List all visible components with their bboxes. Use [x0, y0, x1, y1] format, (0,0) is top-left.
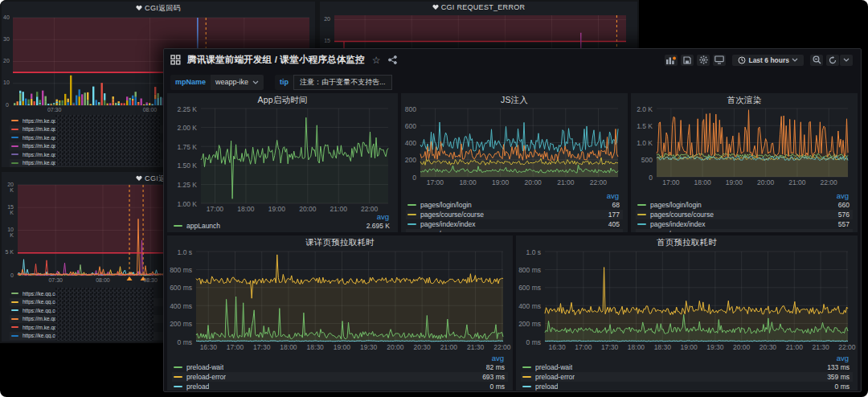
panel-title[interactable]: CGI返回码 [2, 3, 315, 14]
panel-title[interactable]: App启动时间 [167, 95, 398, 106]
panel-first-render: 首次渲染 05001.0 K1.5 K2.0 K17:0018:0019:002… [631, 93, 858, 232]
legend-avg-header[interactable]: avg [406, 191, 623, 200]
legend-item[interactable]: preload0 ms [172, 382, 508, 391]
variables-row: mpName weapp-ike tip 注意：由于变量不支持告... [170, 74, 392, 90]
y-axis-label: 0 [633, 174, 653, 182]
series-name[interactable]: preload-wait [535, 363, 572, 371]
star-icon[interactable]: ☆ [372, 55, 381, 66]
legend-item[interactable]: preload-error359 ms [521, 372, 853, 382]
series-color-dash [522, 366, 531, 368]
series-avg-value: 405 [602, 220, 620, 228]
legend-avg-header[interactable]: avg [172, 354, 508, 362]
series-color-dash [11, 318, 18, 320]
series-avg-value: 557 [832, 220, 850, 228]
legend-avg-header[interactable]: avg [636, 191, 853, 200]
refresh-icon[interactable] [826, 55, 839, 66]
y-axis-label: 1.00 K [169, 200, 197, 208]
legend-item[interactable]: pages/course/course576 [636, 210, 853, 219]
legend-item[interactable]: pages/login/login68 [406, 200, 623, 210]
series-name[interactable]: preload [535, 383, 558, 391]
series-color-dash [407, 214, 416, 215]
dashboards-icon[interactable] [170, 55, 181, 65]
x-axis-label: 19:00 [718, 178, 750, 186]
time-range-picker[interactable]: Last 6 hours [732, 55, 804, 66]
add-panel-icon[interactable] [665, 55, 678, 66]
legend-item[interactable]: pages/login/login660 [636, 200, 853, 210]
series-color-dash [11, 309, 18, 311]
y-axis-label: 400 ms [518, 302, 541, 310]
y-axis-label: 600 ms [518, 284, 541, 292]
series-name[interactable]: preload-error [535, 373, 575, 381]
chart-course-detail-preload[interactable]: 0 ms200 ms400 ms600 ms800 ms1.0 s16:3017… [169, 250, 510, 352]
series-name[interactable]: pages/index/index [420, 220, 476, 228]
x-axis-label: 21:00 [550, 178, 582, 186]
series-name[interactable]: pages/login/login [650, 201, 702, 209]
chart-app-launch-time[interactable]: 1.00 K1.25 K1.50 K1.75 K2.00 K2.25 K17:0… [169, 107, 395, 214]
series-avg-value: 0 ms [829, 383, 850, 391]
dashboard-settings-icon[interactable] [697, 55, 710, 66]
save-dashboard-icon[interactable] [681, 55, 694, 66]
zoom-out-icon[interactable] [810, 55, 823, 66]
series-color-dash [11, 293, 18, 294]
series-name[interactable]: pages/… [420, 230, 448, 232]
y-axis-label: 15 [321, 38, 330, 43]
panel-title[interactable]: 课详页预拉取耗时 [167, 237, 513, 248]
y-axis-label: 20 K [3, 182, 14, 193]
series-color-dash [407, 223, 416, 225]
series-name[interactable]: preload-error [186, 373, 226, 381]
y-axis-label: 10 K [3, 227, 14, 238]
series-color-dash [174, 366, 182, 368]
series-avg-value: 660 [832, 201, 850, 209]
series-name[interactable]: appLaunch [186, 222, 220, 230]
legend-avg-header[interactable]: avg [521, 354, 853, 362]
legend-item[interactable]: preload-wait133 ms [521, 362, 853, 372]
redaction-mosaic [55, 115, 160, 166]
panel-title[interactable]: JS注入 [401, 95, 628, 106]
series-color-dash [11, 162, 18, 164]
series-color-dash [522, 386, 531, 387]
legend-item[interactable]: pages/index/index557 [636, 219, 853, 229]
series-name[interactable]: pages/course/course [650, 211, 714, 219]
cycle-view-icon[interactable] [713, 55, 726, 66]
series-color-dash [11, 153, 18, 155]
chart-first-render[interactable]: 05001.0 K1.5 K2.0 K17:0018:0019:0020:002… [633, 107, 854, 187]
legend-item[interactable]: preload0 ms [521, 382, 853, 391]
legend-item[interactable]: preload-wait82 ms [172, 362, 508, 372]
series-color-dash [11, 335, 18, 337]
y-axis-label: 2.25 K [169, 105, 197, 113]
series-color-dash [11, 120, 18, 121]
series-name[interactable]: preload [186, 383, 209, 391]
y-axis-label: 800 [403, 105, 416, 113]
legend-avg-header[interactable]: avg [172, 212, 393, 221]
series-name[interactable]: preload-wait [186, 363, 223, 371]
legend-item[interactable]: pages/index/index405 [406, 219, 623, 229]
series-color-dash [11, 129, 18, 130]
variable-select-mpname[interactable]: weapp-ike [211, 75, 264, 90]
series-color-dash [174, 225, 182, 227]
x-axis-label: 22:00 [486, 343, 513, 351]
variable-tip-value[interactable]: 注意：由于变量不支持告... [293, 75, 392, 90]
dashboard-title[interactable]: 腾讯课堂前端开发组 / 课堂小程序总体监控 [187, 54, 365, 66]
x-axis-label: 07:30 [39, 107, 71, 113]
panel-title[interactable]: CGI REQUEST_ERROR [320, 3, 637, 14]
series-name[interactable]: pages/… [650, 230, 678, 232]
time-range-label: Last 6 hours [748, 56, 789, 64]
panel-title[interactable]: 首页预拉取耗时 [516, 237, 858, 248]
series-name[interactable]: pages/login/login [420, 201, 472, 209]
chart-home-preload[interactable]: 0 ms200 ms400 ms600 ms800 ms1.0 s16:3017… [518, 250, 854, 352]
series-name[interactable]: pages/course/course [420, 211, 484, 219]
series-avg-value: 0 ms [484, 383, 505, 391]
y-axis-label: 0 [403, 174, 416, 182]
series-name[interactable]: pages/index/index [650, 220, 706, 228]
refresh-interval-dropdown[interactable] [840, 55, 853, 66]
series-avg-value: 359 ms [821, 373, 850, 381]
legend-item[interactable]: preload-error693 ms [172, 372, 508, 382]
panel-title[interactable]: 首次渲染 [631, 95, 858, 106]
legend-item[interactable]: appLaunch2.695 K [172, 221, 393, 231]
alert-heart-icon [136, 174, 142, 182]
share-icon[interactable] [388, 55, 397, 64]
legend-item[interactable]: pages/…… [636, 229, 853, 232]
chart-js-inject[interactable]: 020040060080017:0018:0019:0020:0021:0022… [403, 107, 624, 187]
legend-item[interactable]: pages/course/course177 [406, 210, 623, 219]
legend-item[interactable]: pages/…… [406, 229, 623, 232]
